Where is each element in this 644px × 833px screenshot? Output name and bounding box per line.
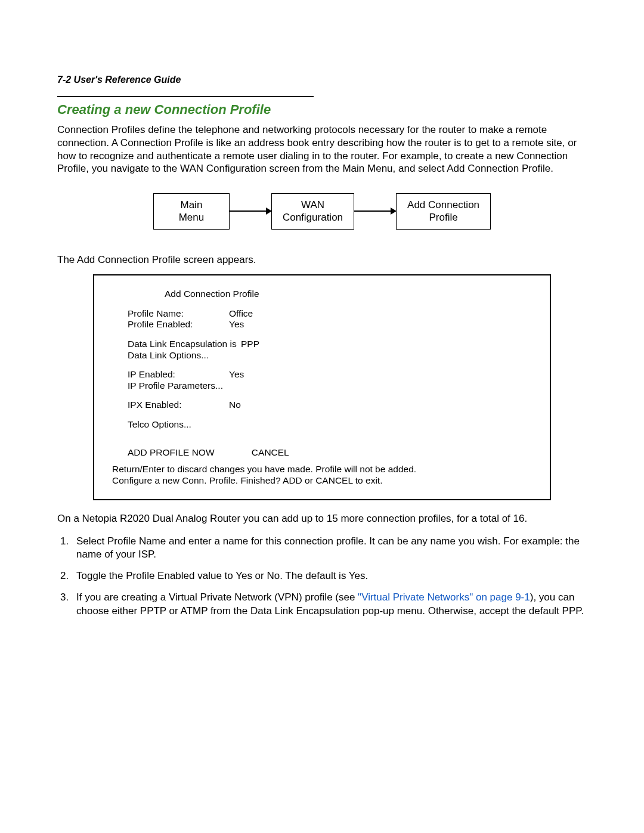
field-label: IP Enabled: [128, 369, 229, 380]
step-item: Toggle the Profile Enabled value to Yes … [72, 569, 587, 583]
intro-paragraph: Connection Profiles define the telephone… [57, 123, 587, 175]
cancel-label: CANCEL [252, 447, 289, 457]
flow-label: Menu [165, 211, 218, 224]
screen-title: Add Connection Profile [165, 289, 534, 300]
page-header: 7-2 User's Reference Guide [57, 75, 587, 85]
flow-box-main-menu: Main Menu [153, 193, 230, 230]
arrow-icon [230, 210, 271, 212]
field-value: Office [229, 308, 253, 320]
flow-label: WAN [283, 199, 343, 211]
field-ipx-enabled: IPX Enabled: No [128, 400, 534, 411]
step-item: Select Profile Name and enter a name for… [72, 535, 587, 561]
field-value: Yes [229, 369, 244, 380]
field-profile-name: Profile Name: Office [128, 308, 534, 320]
field-label: Profile Enabled: [128, 319, 229, 330]
flow-label: Main [165, 199, 218, 211]
steps-list: Select Profile Name and enter a name for… [57, 535, 587, 617]
field-data-link-options: Data Link Options... [128, 350, 534, 361]
after-screen-text: On a Netopia R2020 Dual Analog Router yo… [57, 512, 587, 525]
field-telco-options: Telco Options... [128, 419, 534, 431]
screen-footer: Return/Enter to discard changes you have… [112, 464, 534, 486]
footer-line: Return/Enter to discard changes you have… [112, 464, 534, 475]
field-label: Telco Options... [128, 419, 191, 431]
section-rule [57, 96, 314, 97]
screen-actions: ADD PROFILE NOW CANCEL [128, 447, 534, 459]
caption-text: The Add Connection Profile screen appear… [57, 253, 587, 267]
field-label: IPX Enabled: [128, 400, 229, 411]
field-value: No [229, 400, 241, 411]
document-page: 7-2 User's Reference Guide Creating a ne… [0, 0, 644, 833]
flow-label: Profile [407, 211, 479, 224]
arrow-icon [354, 210, 396, 212]
flow-box-add-profile: Add Connection Profile [396, 193, 491, 230]
field-data-link-encap: Data Link Encapsulation is PPP [128, 339, 534, 350]
flow-label: Add Connection [407, 199, 479, 211]
step-text: If you are creating a Virtual Private Ne… [76, 592, 358, 603]
field-label: Data Link Options... [128, 350, 209, 361]
footer-line: Configure a new Conn. Profile. Finished?… [112, 475, 534, 487]
field-value: Yes [229, 319, 244, 330]
navigation-flowchart: Main Menu WAN Configuration Add Connecti… [57, 193, 587, 230]
section-title: Creating a new Connection Profile [57, 102, 587, 117]
add-profile-now-label: ADD PROFILE NOW [128, 447, 215, 457]
terminal-screen: Add Connection Profile Profile Name: Off… [93, 274, 551, 500]
field-label: Data Link Encapsulation is [128, 339, 241, 350]
field-label: Profile Name: [128, 308, 229, 320]
field-value: PPP [241, 339, 259, 350]
step-item: If you are creating a Virtual Private Ne… [72, 591, 587, 617]
flow-box-wan-config: WAN Configuration [271, 193, 354, 230]
field-ip-enabled: IP Enabled: Yes [128, 369, 534, 380]
field-profile-enabled: Profile Enabled: Yes [128, 319, 534, 330]
cross-reference-link[interactable]: "Virtual Private Networks" on page 9-1 [358, 592, 530, 603]
flow-label: Configuration [283, 211, 343, 224]
field-ip-params: IP Profile Parameters... [128, 380, 534, 392]
field-label: IP Profile Parameters... [128, 380, 223, 392]
